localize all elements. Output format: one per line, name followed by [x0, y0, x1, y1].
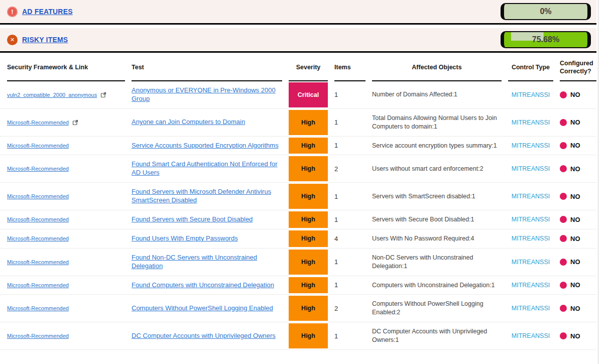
test-link[interactable]: Found Servers with Secure Boot Disabled [132, 215, 253, 224]
framework-link[interactable]: Microsoft-Recommended [7, 165, 69, 172]
framework-link[interactable]: Microsoft-Recommended [7, 193, 69, 200]
status-dot-icon [560, 193, 567, 200]
severity-badge: High [289, 211, 328, 228]
items-count: 1 [334, 193, 338, 200]
table-row: Microsoft-Recommended Computers Without … [0, 295, 596, 322]
affected-objects-text: Servers with SmartScreen disabled:1 [372, 192, 475, 201]
control-type-link[interactable]: MITREANSSI [512, 91, 550, 98]
table-row: Microsoft-Recommended DC Computer Accoun… [0, 322, 596, 350]
table-row: Microsoft-Recommended Found Non-DC Serve… [0, 249, 596, 276]
items-count: 1 [334, 91, 338, 98]
affected-objects-text: Computers Without PowerShell Logging Ena… [372, 300, 502, 317]
severity-badge: High [289, 110, 328, 135]
framework-link[interactable]: Microsoft-Recommended [7, 332, 69, 339]
control-type-link[interactable]: MITREANSSI [512, 165, 550, 172]
affected-objects-text: Service account encryption types summary… [372, 142, 497, 150]
severity-badge: High [289, 323, 328, 348]
table-row: Microsoft-Recommended Service Accounts S… [0, 137, 596, 156]
status-dot-icon [560, 91, 567, 98]
severity-badge: Critical [289, 82, 328, 107]
control-type-link[interactable]: MITREANSSI [512, 142, 550, 149]
external-link-icon[interactable] [100, 92, 106, 98]
test-link[interactable]: Service Accounts Supported Encryption Al… [132, 142, 279, 150]
severity-badge: High [289, 156, 328, 181]
test-link[interactable]: Computers Without PowerShell Logging Ena… [132, 304, 273, 313]
configured-correctly-value: NO [570, 281, 580, 289]
ad-features-link[interactable]: AD FEATURES [22, 8, 73, 16]
framework-link[interactable]: Microsoft-Recommended [7, 235, 69, 242]
table-row: vuln2_compatible_2000_anonymous Anonymou… [0, 81, 596, 109]
status-dot-icon [560, 282, 567, 289]
framework-link[interactable]: Microsoft-Recommended [7, 282, 69, 289]
test-link[interactable]: DC Computer Accounts with Unprivileged O… [132, 332, 276, 340]
severity-badge: High [289, 250, 328, 275]
col-header-control-type: Control Type [508, 55, 553, 81]
table-row: Microsoft-Recommended Found Servers with… [0, 210, 596, 229]
configured-correctly-value: NO [570, 118, 580, 126]
affected-objects-text: Computers with Unconstrained Delegation:… [372, 281, 495, 290]
control-type-link[interactable]: MITREANSSI [512, 216, 550, 223]
control-type-link[interactable]: MITREANSSI [512, 282, 550, 289]
affected-objects-text: Non-DC Servers with Unconstrained Delega… [372, 254, 502, 271]
affected-objects-text: DC Computer Accounts with Unprivileged O… [372, 327, 502, 344]
col-header-severity: Severity [289, 55, 328, 81]
control-type-link[interactable]: MITREANSSI [512, 332, 550, 339]
severity-badge: High [289, 277, 328, 294]
framework-link[interactable]: Microsoft-Recommended [7, 259, 69, 266]
risky-items-link[interactable]: RISKY ITEMS [22, 36, 68, 44]
table-row: Microsoft-Recommended Found Smart Card A… [0, 155, 596, 183]
table-header-row: Security Framework & Link Test Severity … [0, 55, 596, 81]
framework-link[interactable]: Microsoft-Recommended [7, 142, 69, 149]
external-link-icon[interactable] [72, 119, 78, 126]
configured-correctly-value: NO [570, 91, 580, 98]
progress-bar: 0% [501, 3, 591, 20]
items-count: 2 [334, 305, 338, 312]
framework-link[interactable]: vuln2_compatible_2000_anonymous [7, 91, 97, 98]
affected-objects-text: Users without smart card enforcement:2 [372, 165, 483, 173]
control-type-link[interactable]: MITREANSSI [512, 193, 550, 200]
section-gap [0, 25, 612, 28]
items-count: 1 [334, 281, 338, 289]
scrollbar-track-divider[interactable] [598, 0, 598, 364]
test-link[interactable]: Anonymous or EVERYONE in Pre-Windows 200… [132, 86, 282, 103]
col-header-items: Items [334, 55, 365, 81]
configured-correctly-value: NO [570, 165, 580, 173]
affected-objects-text: Number of Domains Affected:1 [372, 90, 457, 99]
items-count: 2 [334, 165, 338, 173]
configured-correctly-value: NO [570, 235, 580, 242]
table-body: vuln2_compatible_2000_anonymous Anonymou… [0, 81, 612, 350]
status-dot-icon [560, 235, 567, 242]
col-header-affected-objects: Affected Objects [372, 55, 502, 81]
status-dot-icon [560, 216, 567, 223]
framework-link[interactable]: Microsoft-Recommended [7, 216, 69, 223]
severity-badge: High [289, 138, 328, 154]
control-type-link[interactable]: MITREANSSI [512, 119, 550, 126]
items-count: 1 [334, 216, 338, 223]
test-link[interactable]: Found Smart Card Authentication Not Enfo… [132, 160, 282, 177]
test-link[interactable]: Anyone can Join Computers to Domain [132, 118, 245, 127]
control-type-link[interactable]: MITREANSSI [512, 305, 550, 312]
test-link[interactable]: Found Non-DC Servers with Unconstrained … [132, 254, 282, 271]
framework-link[interactable]: Microsoft-Recommended [7, 119, 69, 126]
control-type-link[interactable]: MITREANSSI [512, 259, 550, 266]
col-header-test: Test [132, 55, 282, 81]
test-link[interactable]: Found Computers with Unconstrained Deleg… [132, 281, 274, 290]
severity-badge: High [289, 230, 328, 247]
configured-correctly-value: NO [570, 193, 580, 200]
items-count: 1 [334, 118, 338, 126]
table-row: Microsoft-Recommended Found Computers wi… [0, 276, 596, 295]
test-link[interactable]: Found Users With Empty Passwords [132, 234, 238, 243]
framework-link[interactable]: Microsoft-Recommended [7, 305, 69, 312]
affected-objects-text: Total Domains Allowing Normal Users to J… [372, 114, 502, 131]
test-link[interactable]: Found Servers with Microsoft Defender An… [132, 188, 282, 205]
x-circle-icon: ✕ [7, 35, 18, 45]
configured-correctly-value: NO [570, 305, 580, 312]
status-dot-icon [560, 142, 567, 149]
progress-bar: 75.68% [501, 31, 591, 48]
items-count: 4 [334, 235, 338, 242]
table-row: Microsoft-Recommended Found Servers with… [0, 183, 596, 210]
status-dot-icon [560, 119, 567, 126]
status-dot-icon [560, 165, 567, 172]
control-type-link[interactable]: MITREANSSI [512, 235, 550, 242]
table-row: Microsoft-Recommended Anyone can Join Co… [0, 109, 596, 137]
